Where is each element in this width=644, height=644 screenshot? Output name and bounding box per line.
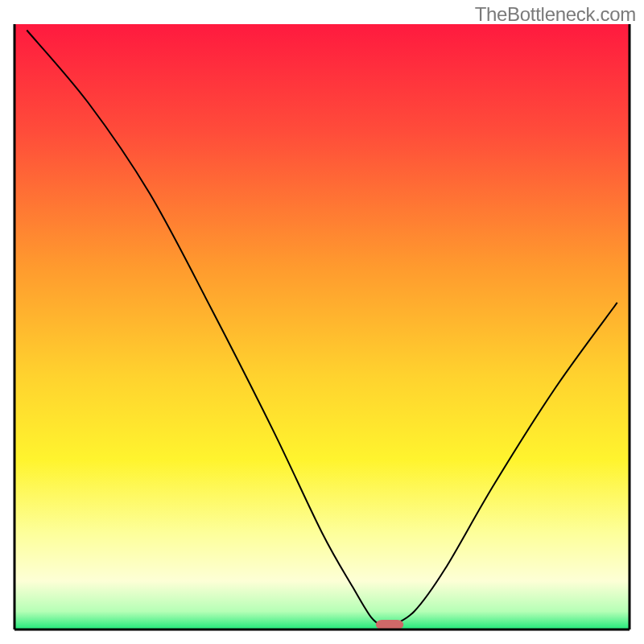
sweet-spot-marker [376,620,403,630]
chart-frame: TheBottleneck.com [0,0,644,644]
watermark-text: TheBottleneck.com [475,3,636,26]
bottleneck-chart [0,0,644,644]
plot-background [14,24,630,630]
